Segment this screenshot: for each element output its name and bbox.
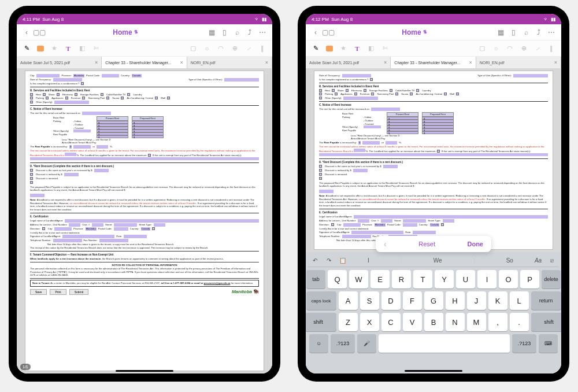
bookmark-icon[interactable]: ▯ (220, 28, 228, 36)
nav-title[interactable]: Home ⇅ (113, 28, 138, 36)
close-icon[interactable]: × (469, 60, 472, 65)
done-button[interactable]: Done (467, 241, 483, 247)
key-num-left[interactable]: .?123 (331, 334, 355, 353)
back-icon[interactable]: ‹ (23, 28, 31, 36)
print-button[interactable]: Print (50, 289, 66, 295)
tab-3[interactable]: NORI_EN.pdf× (187, 57, 272, 68)
tab-2[interactable]: Chapter 33 - Shareholder Manager...× (102, 57, 187, 68)
redo-icon[interactable]: ↷ (324, 256, 334, 265)
popup-back-icon[interactable]: ‹ (384, 239, 387, 249)
more-icon[interactable]: ⋯ (547, 28, 555, 36)
back-icon[interactable]: ‹ (312, 28, 320, 36)
home-indicator[interactable] (116, 370, 173, 372)
pdf-page[interactable]: City:Province:ManitobaPostal Code:Countr… (25, 71, 264, 371)
reset-button[interactable]: Reset (418, 241, 435, 247)
tool-icon-3[interactable]: ★ (50, 45, 58, 53)
search-icon[interactable]: ⌕ (522, 28, 530, 36)
library-icon[interactable]: ▢▢ (35, 28, 43, 36)
key-mic[interactable]: 🎤 (357, 334, 376, 353)
more-icon[interactable]: ⋯ (258, 28, 266, 36)
key-q[interactable]: Q (328, 270, 347, 289)
undo-icon[interactable]: ↶ (310, 256, 320, 265)
key-u[interactable]: U (456, 270, 475, 289)
pdf-page[interactable]: Date of Occupancy:Type of Unit (Specific… (314, 71, 553, 250)
tab-1[interactable]: Adobe Scan Jul 5, 2021.pdf× (17, 57, 102, 68)
camera-icon[interactable]: ⎚ (547, 256, 557, 265)
key-shift-left[interactable]: shift (306, 313, 336, 331)
pen-icon[interactable]: ✎ (312, 45, 320, 53)
tab-2[interactable]: Chapter 33 - Shareholder Manager...× (391, 57, 476, 68)
text-tool-icon[interactable]: T (64, 45, 72, 53)
key-m[interactable]: M (467, 313, 486, 331)
shape-rect-icon[interactable]: ▢ (478, 45, 486, 53)
lasso-icon[interactable]: ◠ (506, 45, 514, 53)
key-j[interactable]: J (467, 291, 486, 310)
shape-circle-icon[interactable]: ○ (492, 45, 500, 53)
ruler-icon[interactable]: ⟋ (533, 45, 542, 53)
library-icon[interactable]: ▢▢ (324, 28, 332, 36)
key-t[interactable]: T (413, 270, 432, 289)
format-icon[interactable]: Aa (533, 256, 543, 265)
document-viewport[interactable]: Date of Occupancy:Type of Unit (Specific… (306, 68, 561, 252)
bookmark-icon[interactable]: ▯ (509, 28, 517, 36)
pause-icon[interactable]: ‖ (258, 45, 266, 53)
close-icon[interactable]: × (95, 60, 98, 65)
suggestion-2[interactable]: We (433, 257, 442, 264)
key-v[interactable]: V (403, 313, 422, 331)
close-icon[interactable]: × (554, 60, 557, 65)
key-space[interactable] (379, 334, 510, 353)
key-k[interactable]: K (488, 291, 507, 310)
share-icon[interactable]: ⤴ (535, 28, 543, 36)
grid-icon[interactable]: ▦ (497, 28, 505, 36)
close-icon[interactable]: × (180, 60, 183, 65)
key-i[interactable]: I (477, 270, 497, 289)
key-o[interactable]: O (499, 270, 518, 289)
pen-icon[interactable]: ✎ (23, 45, 31, 53)
key-e[interactable]: E (370, 270, 390, 289)
suggestion-1[interactable]: I (368, 257, 369, 264)
key-s[interactable]: S (360, 291, 379, 310)
close-icon[interactable]: × (384, 60, 387, 65)
key-a[interactable]: A (339, 291, 358, 310)
lasso-icon[interactable]: ◠ (217, 45, 225, 53)
key-return[interactable]: return (531, 291, 561, 310)
close-icon[interactable]: × (265, 60, 268, 65)
nav-title[interactable]: Home⇅ (402, 28, 427, 36)
key-emoji[interactable]: ☺ (309, 334, 328, 353)
save-button[interactable]: Save (30, 289, 47, 295)
ruler-icon[interactable]: ⟋ (244, 45, 253, 53)
key-capslock[interactable]: caps lock (306, 291, 336, 310)
search-icon[interactable]: ⌕ (233, 28, 241, 36)
submit-button[interactable]: Submit (69, 289, 89, 295)
text-tool-icon[interactable]: T (353, 45, 361, 53)
key-tab[interactable]: tab (306, 270, 325, 289)
key-g[interactable]: G (424, 291, 443, 310)
cut-icon[interactable]: ✄ (92, 45, 100, 53)
highlighter-icon[interactable] (325, 45, 334, 53)
key-b[interactable]: B (424, 313, 443, 331)
add-icon[interactable]: ⊕ (231, 45, 239, 53)
shape-circle-icon[interactable]: ○ (203, 45, 211, 53)
highlighter-icon[interactable] (36, 45, 45, 53)
cut-icon[interactable]: ✄ (381, 45, 389, 53)
key-num-right[interactable]: .?123 (512, 334, 536, 353)
key-shift-right[interactable]: shift (531, 313, 562, 331)
key-comma[interactable]: , (488, 313, 507, 331)
pause-icon[interactable]: ‖ (547, 45, 555, 53)
key-r[interactable]: R (392, 270, 411, 289)
key-h[interactable]: H (446, 291, 465, 310)
share-icon[interactable]: ⤴ (246, 28, 254, 36)
key-n[interactable]: N (446, 313, 465, 331)
key-z[interactable]: Z (339, 313, 358, 331)
eraser-icon[interactable]: ◧ (367, 45, 375, 53)
key-x[interactable]: X (360, 313, 379, 331)
key-y[interactable]: Y (435, 270, 454, 289)
tab-3[interactable]: NORI_EN.pdf× (476, 57, 561, 68)
key-d[interactable]: D (381, 291, 401, 310)
key-c[interactable]: C (381, 313, 401, 331)
tool-icon-3[interactable]: ★ (339, 45, 347, 53)
shape-rect-icon[interactable]: ▢ (189, 45, 197, 53)
clipboard-icon[interactable]: 📋 (338, 256, 347, 265)
suggestion-3[interactable]: So (506, 257, 513, 264)
key-period[interactable]: . (510, 313, 529, 331)
